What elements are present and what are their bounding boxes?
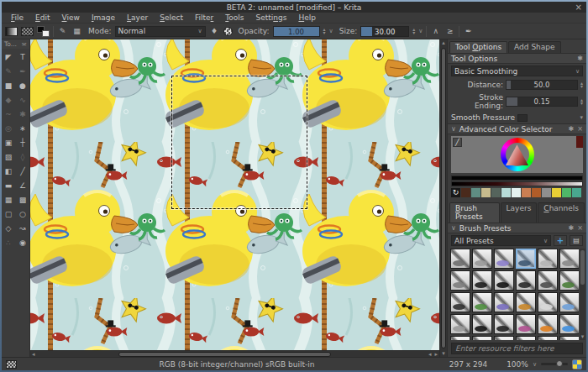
menu-edit[interactable]: Edit: [29, 13, 55, 22]
zoom-slider-knob[interactable]: [556, 360, 563, 367]
brush-preset[interactable]: [472, 292, 492, 312]
polygonal-select-tool[interactable]: ◇: [3, 223, 15, 234]
tool-options-header[interactable]: Tool Options ✱: [448, 53, 586, 64]
menu-layer[interactable]: Layer: [121, 13, 154, 22]
tab-brush-presets[interactable]: Brush Presets: [449, 202, 500, 223]
distance-slider[interactable]: 50.0: [506, 80, 578, 90]
brush-preset[interactable]: [559, 314, 579, 334]
smoothing-select[interactable]: Basic Smoothing ∨: [451, 65, 583, 76]
title-bar[interactable]: BETA 2: unnamed [modified] – Krita ×: [2, 2, 586, 13]
multibrush-tool[interactable]: ∗: [17, 123, 29, 134]
background-color-swatch[interactable]: [42, 30, 50, 37]
brush-preset-icon[interactable]: ✒: [463, 27, 474, 35]
brush-preset[interactable]: [538, 249, 558, 269]
view-mode-button[interactable]: ▤: [570, 235, 583, 246]
gear-icon[interactable]: ✱: [577, 55, 583, 62]
color-swatch[interactable]: [481, 188, 491, 197]
brush-preset[interactable]: [559, 249, 579, 269]
gradient-chooser[interactable]: [5, 27, 18, 36]
scroll-down-icon[interactable]: ▾: [440, 350, 447, 357]
color-swatch[interactable]: [501, 188, 511, 197]
similar-select-tool[interactable]: ∴: [3, 238, 15, 249]
refresh-icon[interactable]: ↻: [451, 188, 460, 197]
preset-grid-scrollbar[interactable]: ▾: [580, 249, 585, 340]
color-swatch[interactable]: [522, 188, 531, 197]
menu-select[interactable]: Select: [154, 13, 189, 22]
hscroll-thumb[interactable]: [118, 352, 331, 357]
size-slider[interactable]: 30.00: [360, 26, 409, 37]
brush-preset[interactable]: [538, 270, 558, 291]
stroke-ending-spinner[interactable]: ▴▾: [580, 98, 583, 105]
toolbox-header[interactable]: To... ≍: [2, 39, 29, 49]
brush-preset[interactable]: [472, 270, 492, 291]
vertical-scrollbar[interactable]: ▴ ▾: [439, 39, 447, 357]
polyline-tool[interactable]: ∿: [17, 95, 29, 106]
spin-down-icon[interactable]: ▾: [580, 102, 583, 105]
shape-select-tool[interactable]: ◤: [3, 52, 15, 63]
move-tool[interactable]: ┼: [17, 138, 29, 149]
menu-settings[interactable]: Settings: [249, 13, 292, 22]
pattern-status-icon[interactable]: [6, 360, 17, 369]
ellipse-select-tool[interactable]: ○: [17, 209, 29, 220]
opacity-slider[interactable]: 1.00: [273, 26, 320, 37]
zoom-value[interactable]: 100%: [507, 360, 528, 369]
smooth-pressure-checkbox[interactable]: [517, 114, 528, 122]
size-spinner[interactable]: ▴▾: [412, 28, 415, 34]
advanced-color-selector-header[interactable]: ∨ Advanced Color Selector ✱ ×: [448, 123, 586, 134]
canvas-only-mode-button[interactable]: [572, 359, 582, 369]
brush-preset[interactable]: [538, 314, 558, 334]
grid-icon[interactable]: ▦: [71, 27, 82, 35]
blending-mode-select[interactable]: Normal ∨: [115, 26, 206, 37]
menu-tools[interactable]: Tools: [219, 13, 249, 22]
contiguous-select-tool[interactable]: ◉: [17, 238, 29, 249]
tab-tool-options[interactable]: Tool Options: [449, 41, 507, 53]
color-swatch[interactable]: [542, 188, 551, 197]
line-tool[interactable]: ╱: [17, 166, 29, 177]
brush-preset[interactable]: [559, 270, 579, 291]
brush-preset[interactable]: [472, 336, 492, 340]
tab-channels[interactable]: Channels: [538, 202, 585, 223]
rect-select-tool[interactable]: ▢: [3, 209, 15, 220]
scroll-up-icon[interactable]: ▴: [440, 39, 447, 46]
brush-preset[interactable]: [559, 292, 579, 312]
brush-preset[interactable]: [494, 314, 514, 334]
chevron-down-icon[interactable]: ∨: [533, 361, 537, 368]
canvas[interactable]: [30, 39, 439, 350]
calligraphy-tool[interactable]: ✒: [17, 66, 29, 77]
preserve-alpha-icon[interactable]: [223, 27, 233, 36]
brush-preset[interactable]: [516, 336, 536, 340]
vscroll-thumb[interactable]: [441, 48, 446, 348]
color-swatch[interactable]: [552, 188, 561, 197]
brush-preset[interactable]: [516, 292, 536, 312]
float-icon[interactable]: ≍: [21, 40, 27, 48]
tab-layers[interactable]: Layers: [501, 202, 538, 223]
flow-arrow-icon[interactable]: ≥: [444, 27, 455, 35]
freehand-path-tool[interactable]: ✱: [17, 109, 29, 120]
transform-tool[interactable]: ▨: [3, 152, 15, 163]
close-icon[interactable]: ×: [575, 2, 582, 13]
color-swatch[interactable]: [532, 188, 541, 197]
stroke-ending-slider[interactable]: 0.15: [506, 97, 578, 107]
wrench-icon[interactable]: ╱: [453, 138, 462, 147]
outline-select-tool[interactable]: ↝: [17, 223, 29, 234]
brush-preset[interactable]: [516, 314, 536, 334]
add-preset-button[interactable]: +: [554, 235, 567, 246]
ellipse-tool[interactable]: ●: [17, 81, 29, 92]
spin-down-icon[interactable]: ▾: [580, 85, 583, 88]
pointer-pen-icon[interactable]: ✎: [57, 27, 68, 35]
brush-preset[interactable]: [450, 270, 470, 291]
close-icon[interactable]: ×: [577, 125, 583, 133]
rectangle-tool[interactable]: ■: [3, 81, 15, 92]
gear-icon[interactable]: ✱: [569, 125, 575, 133]
brush-presets-header[interactable]: ∨ Brush Presets ✱ ×: [448, 223, 586, 233]
color-wheel-area[interactable]: ╱: [451, 136, 583, 173]
brush-preset[interactable]: [516, 249, 536, 269]
color-swatch[interactable]: [491, 188, 501, 197]
brush-preset[interactable]: [538, 292, 558, 312]
brush-preset[interactable]: [516, 270, 536, 291]
fill-tool[interactable]: ◧: [3, 166, 15, 177]
pattern-chooser[interactable]: [21, 27, 34, 36]
gear-icon[interactable]: ✱: [569, 224, 575, 232]
opacity-spinner[interactable]: ▴▾: [323, 28, 326, 34]
preset-scroll-thumb[interactable]: [580, 250, 585, 285]
